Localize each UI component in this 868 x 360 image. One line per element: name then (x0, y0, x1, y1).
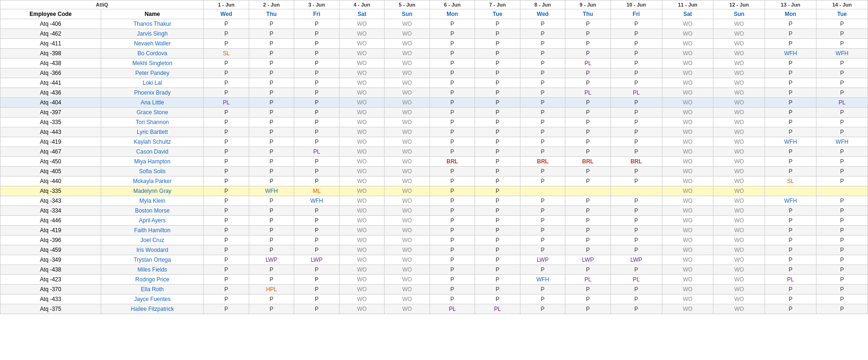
table-row: Atq -440Mckayla ParkerPPPWOWOPPPPPWOWOSL… (0, 176, 868, 186)
schedule-cell: P (430, 265, 475, 275)
schedule-cell: P (520, 68, 565, 78)
schedule-cell: P (610, 235, 662, 245)
schedule-cell: P (430, 176, 475, 186)
schedule-cell: LWP (294, 255, 340, 265)
schedule-cell: P (765, 78, 816, 88)
schedule-cell: P (475, 19, 520, 29)
col-day-header: Tue (475, 9, 520, 19)
schedule-cell: LWP (565, 255, 611, 265)
schedule-cell: WO (713, 88, 765, 98)
schedule-cell: P (565, 98, 611, 108)
schedule-cell: P (475, 255, 520, 265)
schedule-cell: P (294, 167, 340, 176)
emp-code-cell: Atq -433 (0, 294, 101, 304)
schedule-cell: P (475, 216, 520, 226)
schedule-cell: P (816, 265, 868, 275)
schedule-cell: WO (385, 304, 430, 314)
schedule-cell: WO (662, 294, 713, 304)
schedule-cell: P (430, 186, 475, 196)
schedule-cell: P (294, 245, 340, 255)
schedule-cell: P (816, 68, 868, 78)
schedule-cell: P (520, 108, 565, 118)
schedule-cell: WO (385, 285, 430, 294)
schedule-cell: WO (713, 167, 765, 176)
schedule-cell: PL (475, 304, 520, 314)
schedule-cell: P (204, 167, 249, 176)
schedule-cell: P (565, 108, 611, 118)
schedule-cell: P (610, 147, 662, 157)
schedule-cell: P (610, 98, 662, 108)
schedule-cell: WO (385, 255, 430, 265)
emp-code-cell: Atq -459 (0, 245, 101, 255)
schedule-cell: P (430, 68, 475, 78)
emp-name-cell: Thanos Thakur (101, 19, 204, 29)
schedule-cell: P (520, 294, 565, 304)
schedule-cell: WO (385, 78, 430, 88)
schedule-cell: WFH (520, 275, 565, 285)
schedule-cell: P (765, 167, 816, 176)
schedule-cell: P (475, 167, 520, 176)
schedule-cell: WO (339, 78, 385, 88)
schedule-cell: P (765, 98, 816, 108)
schedule-cell: P (249, 157, 294, 167)
schedule-cell: P (204, 68, 249, 78)
schedule-cell: P (475, 39, 520, 49)
schedule-cell: P (249, 304, 294, 314)
schedule-cell: P (294, 39, 340, 49)
table-row: Atq -438Mekhi SingletonPPPWOWOPPPPLPWOWO… (0, 59, 868, 68)
emp-name-cell: Boston Morse (101, 206, 204, 216)
schedule-cell: P (610, 118, 662, 127)
schedule-cell: WO (385, 176, 430, 186)
schedule-cell: P (294, 29, 340, 39)
schedule-cell: P (816, 255, 868, 265)
schedule-cell: P (816, 147, 868, 157)
schedule-cell: WO (713, 275, 765, 285)
schedule-cell: WO (385, 235, 430, 245)
schedule-cell: PL (816, 98, 868, 108)
schedule-cell: WO (662, 108, 713, 118)
schedule-cell: P (430, 226, 475, 235)
schedule-cell: WO (713, 147, 765, 157)
schedule-cell: P (430, 275, 475, 285)
emp-code-cell: Atq -335 (0, 118, 101, 127)
emp-name-cell: Peter Pandey (101, 68, 204, 78)
col-date-header: 9 - Jun (565, 0, 611, 9)
schedule-cell: P (294, 88, 340, 98)
schedule-cell: P (475, 68, 520, 78)
table-row: Atq -450Miya HamptonPPPWOWOBRLPBRLBRLBRL… (0, 157, 868, 167)
schedule-cell: WO (339, 39, 385, 49)
schedule-cell: WO (385, 29, 430, 39)
schedule-cell: P (816, 235, 868, 245)
schedule-cell: P (475, 127, 520, 137)
schedule-cell: P (765, 235, 816, 245)
schedule-cell: WO (339, 157, 385, 167)
schedule-cell: P (765, 216, 816, 226)
schedule-cell: P (294, 59, 340, 68)
schedule-cell: P (475, 226, 520, 235)
schedule-cell: WO (385, 245, 430, 255)
schedule-cell: P (294, 118, 340, 127)
schedule-cell: P (475, 29, 520, 39)
schedule-cell: PL (765, 275, 816, 285)
schedule-cell: P (816, 88, 868, 98)
col-date-header: 6 - Jun (430, 0, 475, 9)
schedule-cell: P (475, 137, 520, 147)
schedule-cell: P (765, 108, 816, 118)
schedule-cell: WO (385, 19, 430, 29)
schedule-cell: WFH (765, 196, 816, 206)
schedule-cell: WO (662, 68, 713, 78)
schedule-cell: P (294, 304, 340, 314)
schedule-cell: P (610, 245, 662, 255)
schedule-cell: P (430, 98, 475, 108)
schedule-cell: P (565, 206, 611, 216)
schedule-cell: P (816, 19, 868, 29)
schedule-cell: WO (713, 118, 765, 127)
schedule-cell: P (204, 216, 249, 226)
schedule-cell: BRL (520, 157, 565, 167)
schedule-cell: WO (339, 235, 385, 245)
col-day-header: Wed (520, 9, 565, 19)
schedule-cell: P (610, 68, 662, 78)
schedule-cell: P (475, 49, 520, 59)
schedule-cell: P (765, 285, 816, 294)
schedule-cell: P (294, 19, 340, 29)
